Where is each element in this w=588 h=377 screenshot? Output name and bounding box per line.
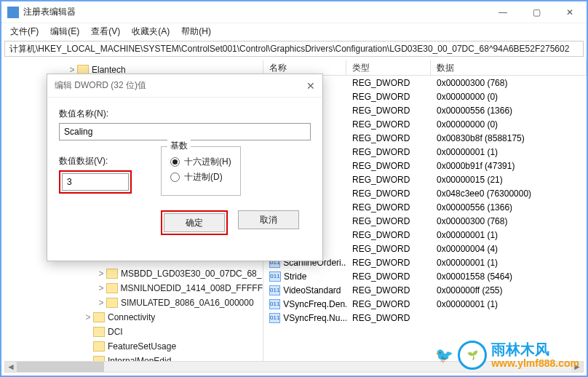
window-titlebar: 注册表编辑器 — ▢ ✕	[1, 1, 587, 23]
menu-help[interactable]: 帮助(H)	[175, 24, 217, 39]
value-type: REG_DWORD	[346, 258, 431, 268]
value-data: 0x00000001 (1)	[431, 299, 587, 309]
value-type: REG_DWORD	[346, 202, 431, 213]
radio-dec[interactable]: 十进制(D)	[170, 171, 231, 183]
tree-item-label: DCI	[108, 327, 123, 337]
value-type: REG_DWORD	[346, 230, 431, 240]
menu-edit[interactable]: 编辑(E)	[44, 24, 85, 39]
tree-item[interactable]: > MSBDD_LGD03E30_00_07DC_68_	[1, 266, 263, 281]
list-row[interactable]: 011StrideREG_DWORD0x00001558 (5464)	[263, 269, 587, 283]
tree-item[interactable]: > MSNILNOEDID_1414_008D_FFFFF	[1, 281, 263, 295]
dialog-close-button[interactable]: ✕	[306, 80, 315, 92]
tree-item[interactable]: > SIMULATED_8086_0A16_000000	[1, 295, 263, 310]
col-header-name[interactable]: 名称	[263, 60, 346, 75]
value-type: REG_DWORD	[346, 133, 431, 143]
value-data: 0x00000000 (0)	[431, 92, 587, 102]
value-data: 0x048c3ee0 (76300000)	[431, 188, 587, 199]
dialog-body: 数值名称(N): 数值数据(V): 基数 十六进制(H) 十进制(D)	[47, 98, 322, 242]
value-data-label: 数值数据(V):	[59, 155, 132, 167]
list-row[interactable]: 011VSyncFreq.Nu...REG_DWORD	[263, 311, 587, 325]
edit-dword-dialog: 编辑 DWORD (32 位)值 ✕ 数值名称(N): 数值数据(V): 基数 …	[47, 74, 323, 261]
value-name: VSyncFreq.Nu...	[283, 313, 346, 323]
window-controls: — ▢ ✕	[486, 1, 587, 23]
expand-icon[interactable]: >	[96, 283, 106, 293]
folder-icon	[93, 312, 105, 322]
list-row[interactable]: 011VideoStandardREG_DWORD0x000000ff (255…	[263, 283, 587, 297]
value-data: 0x00000001 (1)	[431, 147, 587, 157]
tree-item[interactable]: FeatureSetUsage	[1, 339, 263, 354]
value-data: 0x00001558 (5464)	[431, 271, 587, 282]
value-data: 0x00000001 (1)	[431, 258, 587, 268]
close-button[interactable]: ✕	[553, 1, 587, 23]
radio-label: 十进制(D)	[184, 171, 223, 183]
value-data: 0x00830b8f (8588175)	[431, 133, 587, 143]
radio-icon	[170, 157, 180, 167]
dword-icon: 011	[269, 313, 280, 323]
value-data-input[interactable]	[62, 173, 129, 191]
value-data: 0x00000001 (1)	[431, 230, 587, 240]
base-legend: 基数	[167, 140, 191, 152]
dialog-buttons: 确定 取消	[59, 210, 311, 235]
expand-icon[interactable]: >	[96, 269, 106, 279]
maximize-button[interactable]: ▢	[520, 1, 553, 23]
radio-label: 十六进制(H)	[184, 156, 231, 168]
value-data: 0x0000b91f (47391)	[431, 161, 587, 171]
base-fieldset: 基数 十六进制(H) 十进制(D)	[161, 146, 241, 196]
folder-icon	[106, 298, 118, 308]
scroll-left-button[interactable]: ◄	[5, 362, 17, 372]
dword-icon: 011	[269, 285, 280, 295]
expand-icon[interactable]: >	[96, 298, 106, 308]
tree-item[interactable]: DCI	[1, 325, 263, 339]
tree-item-label: Connectivity	[108, 312, 155, 322]
value-name-input[interactable]	[59, 123, 311, 140]
window-title: 注册表编辑器	[23, 6, 486, 18]
value-type: REG_DWORD	[346, 161, 431, 171]
value-type: REG_DWORD	[346, 175, 431, 185]
folder-icon	[106, 269, 118, 279]
menu-file[interactable]: 文件(F)	[4, 24, 44, 39]
menubar: 文件(F) 编辑(E) 查看(V) 收藏夹(A) 帮助(H)	[1, 23, 587, 39]
highlight-box	[59, 170, 132, 194]
value-type: REG_DWORD	[346, 119, 431, 130]
folder-icon	[106, 283, 118, 293]
tree-item-label: MSBDD_LGD03E30_00_07DC_68_	[121, 269, 261, 279]
value-type: REG_DWORD	[346, 216, 431, 226]
ok-button[interactable]: 确定	[164, 213, 225, 232]
value-type: REG_DWORD	[346, 92, 431, 102]
value-data: 0x00000556 (1366)	[431, 106, 587, 116]
value-type: REG_DWORD	[346, 188, 431, 199]
value-name: VSyncFreq.Den...	[283, 299, 346, 309]
value-data-section: 数值数据(V):	[59, 152, 132, 196]
expand-icon[interactable]: >	[83, 312, 93, 322]
col-header-data[interactable]: 数据	[431, 60, 587, 75]
dword-icon: 011	[269, 299, 280, 309]
scroll-right-button[interactable]: ►	[571, 362, 583, 372]
value-data: 0x000000ff (255)	[431, 285, 587, 295]
scroll-thumb[interactable]	[17, 362, 104, 372]
dialog-title: 编辑 DWORD (32 位)值	[55, 79, 146, 92]
radio-hex[interactable]: 十六进制(H)	[170, 156, 231, 168]
value-data: 0x00000004 (4)	[431, 244, 587, 254]
tree-item-label: FeatureSetUsage	[108, 341, 176, 352]
horizontal-scrollbar[interactable]: ◄ ►	[4, 361, 584, 373]
address-bar[interactable]: 计算机\HKEY_LOCAL_MACHINE\SYSTEM\ControlSet…	[4, 41, 584, 57]
folder-icon	[93, 327, 105, 337]
value-data: 0x00000300 (768)	[431, 78, 587, 88]
menu-favorites[interactable]: 收藏夹(A)	[126, 24, 175, 39]
value-type: REG_DWORD	[346, 299, 431, 309]
menu-view[interactable]: 查看(V)	[85, 24, 126, 39]
value-name: VideoStandard	[283, 285, 341, 295]
cancel-button[interactable]: 取消	[238, 210, 299, 229]
folder-icon	[93, 341, 105, 352]
value-type: REG_DWORD	[346, 78, 431, 88]
tree-item[interactable]: > Connectivity	[1, 310, 263, 325]
radio-icon	[170, 172, 180, 182]
value-type: REG_DWORD	[346, 106, 431, 116]
dword-icon: 011	[269, 271, 281, 282]
list-row[interactable]: 011VSyncFreq.Den...REG_DWORD0x00000001 (…	[263, 297, 587, 311]
minimize-button[interactable]: —	[486, 1, 520, 23]
value-name-label: 数值名称(N):	[59, 108, 311, 120]
value-type: REG_DWORD	[346, 147, 431, 157]
highlight-box: 确定	[161, 210, 228, 235]
col-header-type[interactable]: 类型	[346, 60, 431, 75]
